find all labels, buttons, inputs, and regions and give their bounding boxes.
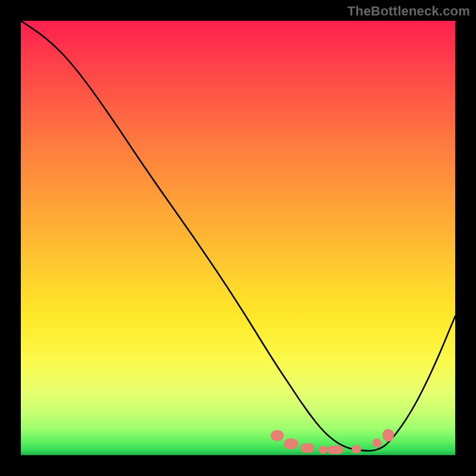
marker-m1 [271, 430, 284, 441]
marker-m5 [327, 446, 344, 455]
curve-path [21, 21, 455, 451]
marker-m3 [300, 443, 314, 453]
marker-m6 [352, 445, 361, 454]
chart-stage: TheBottleneck.com [0, 0, 476, 476]
marker-m2 [284, 439, 298, 449]
plot-area [21, 21, 455, 455]
marker-m7 [372, 439, 381, 447]
watermark-text: TheBottleneck.com [347, 4, 470, 19]
marker-m8 [383, 429, 394, 442]
curve-svg [21, 21, 455, 455]
